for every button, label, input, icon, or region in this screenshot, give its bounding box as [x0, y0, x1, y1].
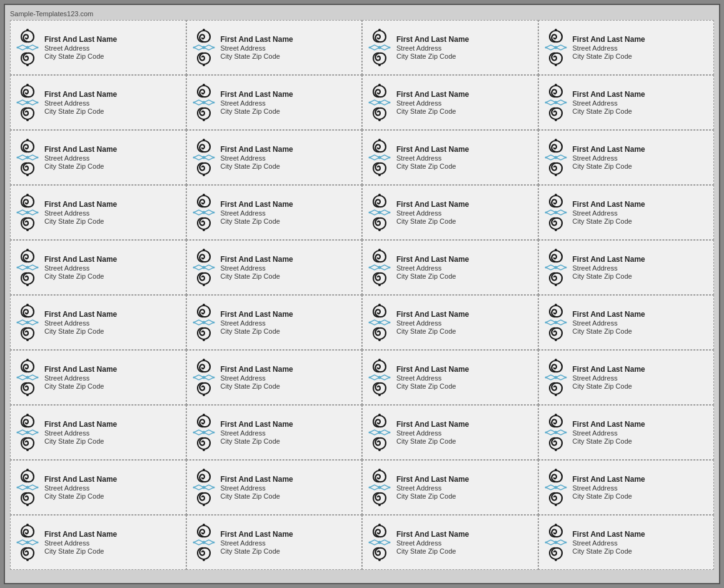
svg-point-118	[565, 322, 566, 324]
svg-point-100	[26, 304, 29, 306]
svg-point-32	[369, 102, 371, 104]
name-line: First And Last Name	[573, 90, 645, 99]
name-line: First And Last Name	[396, 35, 469, 44]
ornament-icon	[14, 83, 41, 122]
city-line: City State Zip Code	[396, 382, 469, 390]
svg-point-147	[193, 432, 194, 434]
svg-point-145	[203, 414, 205, 416]
svg-point-22	[17, 102, 19, 104]
ornament-icon	[543, 523, 569, 562]
address-block: First And Last NameStreet AddressCity St…	[44, 200, 117, 225]
svg-point-153	[389, 432, 391, 434]
svg-point-143	[37, 432, 39, 434]
svg-point-9	[203, 64, 205, 66]
ornament-icon	[191, 138, 217, 177]
svg-point-88	[213, 267, 214, 269]
address-block: First And Last NameStreet AddressCity St…	[221, 200, 293, 225]
name-line: First And Last Name	[221, 35, 293, 44]
street-line: Street Address	[396, 209, 469, 217]
ornament-icon	[366, 248, 393, 287]
address-block: First And Last NameStreet AddressCity St…	[573, 90, 645, 115]
svg-point-34	[378, 119, 381, 121]
address-block: First And Last NameStreet AddressCity St…	[396, 200, 469, 225]
street-line: Street Address	[221, 209, 293, 217]
city-line: City State Zip Code	[44, 272, 117, 280]
address-block: First And Last NameStreet AddressCity St…	[221, 365, 293, 390]
svg-point-188	[213, 542, 214, 544]
svg-point-107	[193, 322, 194, 324]
street-line: Street Address	[44, 319, 117, 327]
svg-point-123	[37, 377, 39, 379]
svg-point-82	[17, 267, 19, 269]
svg-point-196	[554, 541, 557, 544]
ornament-icon	[366, 468, 393, 507]
city-line: City State Zip Code	[221, 162, 293, 170]
name-line: First And Last Name	[396, 200, 469, 209]
svg-point-146	[202, 431, 205, 434]
street-line: Street Address	[44, 429, 117, 437]
street-line: Street Address	[573, 484, 645, 492]
svg-point-11	[378, 46, 381, 49]
label-cell: First And Last NameStreet AddressCity St…	[362, 240, 538, 295]
address-block: First And Last NameStreet AddressCity St…	[573, 365, 645, 390]
name-line: First And Last Name	[396, 310, 469, 319]
label-grid: First And Last NameStreet AddressCity St…	[10, 20, 714, 570]
street-line: Street Address	[44, 264, 117, 272]
svg-point-112	[369, 322, 371, 324]
svg-point-109	[203, 339, 205, 341]
ornament-icon	[191, 28, 217, 67]
label-cell: First And Last NameStreet AddressCity St…	[186, 405, 363, 460]
label-cell: First And Last NameStreet AddressCity St…	[362, 20, 538, 75]
svg-point-30	[378, 84, 381, 86]
city-line: City State Zip Code	[573, 547, 645, 555]
svg-point-149	[203, 449, 205, 451]
svg-point-174	[378, 504, 381, 506]
address-block: First And Last NameStreet AddressCity St…	[573, 530, 645, 555]
svg-point-57	[545, 157, 546, 159]
address-block: First And Last NameStreet AddressCity St…	[44, 35, 117, 60]
city-line: City State Zip Code	[573, 437, 645, 445]
svg-point-139	[555, 394, 557, 396]
name-line: First And Last Name	[44, 530, 117, 539]
svg-point-35	[555, 84, 557, 86]
city-line: City State Zip Code	[396, 52, 469, 60]
svg-point-181	[26, 541, 29, 544]
svg-point-197	[545, 542, 546, 544]
address-block: First And Last NameStreet AddressCity St…	[573, 145, 645, 170]
svg-point-121	[26, 376, 29, 379]
label-cell: First And Last NameStreet AddressCity St…	[538, 350, 715, 405]
city-line: City State Zip Code	[44, 547, 117, 555]
svg-point-94	[378, 284, 381, 286]
name-line: First And Last Name	[573, 35, 645, 44]
ornament-icon	[14, 413, 41, 452]
svg-point-8	[213, 47, 214, 49]
svg-point-26	[202, 101, 205, 104]
name-line: First And Last Name	[44, 365, 117, 374]
svg-point-172	[369, 487, 371, 489]
street-line: Street Address	[44, 44, 117, 52]
address-block: First And Last NameStreet AddressCity St…	[396, 530, 469, 555]
svg-point-124	[26, 394, 29, 396]
svg-point-77	[545, 212, 546, 214]
street-line: Street Address	[573, 429, 645, 437]
svg-point-68	[213, 212, 214, 214]
svg-point-144	[26, 449, 29, 451]
svg-point-89	[203, 284, 205, 286]
ornament-icon	[191, 303, 217, 342]
ornament-icon	[191, 523, 217, 562]
city-line: City State Zip Code	[221, 217, 293, 225]
street-line: Street Address	[221, 154, 293, 162]
svg-point-178	[565, 487, 566, 489]
ornament-icon	[543, 193, 569, 232]
city-line: City State Zip Code	[396, 547, 469, 555]
name-line: First And Last Name	[44, 420, 117, 429]
svg-point-49	[203, 174, 205, 176]
svg-point-37	[545, 102, 546, 104]
label-sheet: Sample-Templates123.com First And Last N…	[4, 4, 720, 584]
city-line: City State Zip Code	[573, 162, 645, 170]
svg-point-31	[378, 101, 381, 104]
svg-point-43	[37, 157, 39, 159]
name-line: First And Last Name	[573, 365, 645, 374]
svg-point-24	[26, 119, 29, 121]
svg-point-173	[389, 487, 391, 489]
